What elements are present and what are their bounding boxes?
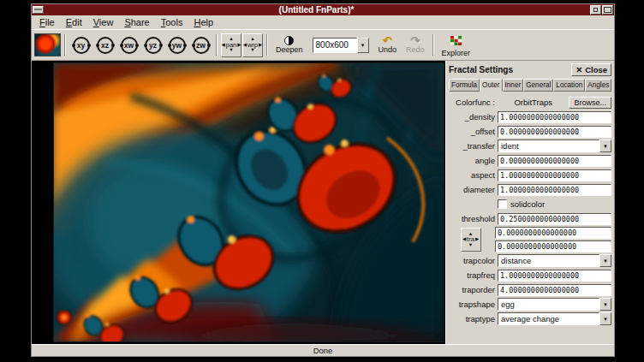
explorer-icon xyxy=(450,33,462,49)
trapfreq-label: trapfreq xyxy=(449,270,498,280)
redo-label: Redo xyxy=(406,45,425,54)
window-menu-icon[interactable] xyxy=(33,6,44,14)
tab-location[interactable]: Location xyxy=(553,79,585,92)
trapcolor-combo[interactable]: distance ▼ xyxy=(498,254,611,267)
angle-input[interactable] xyxy=(498,155,611,167)
colorfunc-label: Colorfunc : xyxy=(449,98,498,107)
trapcoords-down-icon[interactable]: ▼ xyxy=(468,243,473,248)
trapcoords-left-icon[interactable]: ◀ xyxy=(462,237,466,242)
transfer-label: _transfer xyxy=(449,141,498,151)
iconify-button[interactable] xyxy=(590,5,601,15)
menu-file[interactable]: File xyxy=(34,16,61,28)
transfer-value: ident xyxy=(498,139,599,152)
maximize-icon xyxy=(604,7,611,13)
browse-button[interactable]: Browse... xyxy=(569,97,611,109)
tab-formula[interactable]: Formula xyxy=(449,79,480,92)
transfer-dropdown-icon[interactable]: ▼ xyxy=(599,139,611,152)
trapcoords-y-input[interactable] xyxy=(495,240,611,252)
threshold-label: threshold xyxy=(449,214,498,223)
tab-general[interactable]: General xyxy=(523,79,553,92)
toolbar: xy xz xw yz yw zw ▲ ◀ pan ▶ ▼ ▲ ◀ wrp ▶ … xyxy=(32,29,614,61)
tab-angles[interactable]: Angles xyxy=(585,79,611,92)
undo-label: Undo xyxy=(379,45,397,54)
solidcolor-checkbox[interactable] xyxy=(498,199,507,209)
canvas-margin xyxy=(32,61,52,344)
menu-share[interactable]: Share xyxy=(119,16,155,28)
offset-label: _offset xyxy=(449,127,498,136)
toolbar-separator xyxy=(216,34,218,56)
traptype-value: average change xyxy=(498,312,599,325)
menu-tools[interactable]: Tools xyxy=(156,16,189,28)
warp-down-icon[interactable]: ▼ xyxy=(250,48,254,53)
density-input[interactable] xyxy=(498,111,611,123)
resolution-combo[interactable]: 800x600 ▼ xyxy=(313,38,369,53)
deepen-button[interactable]: Deepen xyxy=(271,33,307,57)
fractal-preview-icon[interactable] xyxy=(34,33,61,56)
rotate-dial-icon: xy xyxy=(73,37,90,54)
warp-fourway[interactable]: ▲ ◀ wrp ▶ ▼ xyxy=(242,33,263,57)
pan-down-icon[interactable]: ▼ xyxy=(229,48,233,53)
fractal-image xyxy=(54,63,444,341)
rotate-xy-button[interactable]: xy xyxy=(69,33,92,56)
trapshape-label: trapshape xyxy=(449,300,498,309)
transfer-combo[interactable]: ident ▼ xyxy=(498,139,611,152)
traporder-label: traporder xyxy=(449,285,498,294)
traptype-combo[interactable]: average change ▼ xyxy=(498,312,611,325)
close-label: Close xyxy=(585,65,607,74)
offset-input[interactable] xyxy=(498,126,611,138)
trapcoords-fourway[interactable]: ▲ ◀ tra ▶ ▼ xyxy=(461,228,481,252)
pan-left-icon[interactable]: ◀ xyxy=(222,43,225,48)
colorfunc-row: Colorfunc : OrbitTraps Browse... xyxy=(449,96,611,109)
undo-button[interactable]: ↶ Undo xyxy=(374,33,402,57)
menu-edit[interactable]: Edit xyxy=(61,16,88,28)
main-content: Fractal Settings ✕ Close Formula Outer I… xyxy=(32,61,614,344)
aspect-input[interactable] xyxy=(498,169,611,181)
angle-label: angle xyxy=(449,156,498,165)
menu-view[interactable]: View xyxy=(88,16,120,28)
tab-inner[interactable]: Inner xyxy=(503,79,524,92)
diameter-label: diameter xyxy=(449,185,498,194)
window-title: (Untitled FnParts)* xyxy=(44,4,589,15)
trapcoords-x-input[interactable] xyxy=(495,227,611,239)
warp-left-icon[interactable]: ◀ xyxy=(243,43,247,48)
fractal-settings-panel: Fractal Settings ✕ Close Formula Outer I… xyxy=(445,61,614,344)
maximize-button[interactable] xyxy=(602,5,613,15)
toolbar-separator xyxy=(432,34,434,56)
resolution-dropdown-icon[interactable]: ▼ xyxy=(357,38,369,53)
panel-title: Fractal Settings xyxy=(449,65,513,74)
redo-icon: ↷ xyxy=(410,36,420,45)
trapfreq-input[interactable] xyxy=(498,270,611,282)
rotate-yz-button[interactable]: yz xyxy=(141,33,164,56)
trapcolor-dropdown-icon[interactable]: ▼ xyxy=(599,254,611,267)
toolbar-separator xyxy=(266,34,268,56)
trapshape-combo[interactable]: egg ▼ xyxy=(498,298,611,311)
trapcolor-label: trapcolor xyxy=(449,256,498,265)
iconify-icon xyxy=(593,8,598,12)
fractal-canvas[interactable] xyxy=(53,62,444,342)
trapcoords-right-icon[interactable]: ▶ xyxy=(475,237,479,242)
redo-button[interactable]: ↷ Redo xyxy=(402,33,429,57)
warp-right-icon[interactable]: ▶ xyxy=(259,43,262,48)
close-panel-button[interactable]: ✕ Close xyxy=(571,63,611,76)
pan-right-icon[interactable]: ▶ xyxy=(237,43,241,48)
trapshape-dropdown-icon[interactable]: ▼ xyxy=(599,298,611,311)
rotate-xw-button[interactable]: xw xyxy=(117,33,140,56)
colorfunc-value: OrbitTraps xyxy=(498,98,569,107)
deepen-icon xyxy=(284,36,294,45)
rotate-zw-button[interactable]: zw xyxy=(189,33,212,56)
solidcolor-label: solidcolor xyxy=(510,199,545,209)
explorer-button[interactable]: Explorer xyxy=(438,33,475,57)
traptype-dropdown-icon[interactable]: ▼ xyxy=(599,312,611,325)
rotate-yw-button[interactable]: yw xyxy=(165,33,188,56)
rotate-xz-button[interactable]: xz xyxy=(93,33,116,56)
rotate-dial-icon: yz xyxy=(145,37,162,54)
titlebar[interactable]: (Untitled FnParts)* xyxy=(32,4,614,15)
traporder-input[interactable] xyxy=(498,284,611,296)
threshold-input[interactable] xyxy=(498,213,611,225)
pan-fourway[interactable]: ▲ ◀ pan ▶ ▼ xyxy=(221,33,242,57)
rotate-dial-icon: zw xyxy=(193,37,210,54)
settings-tabs: Formula Outer Inner General Location Ang… xyxy=(449,79,611,92)
menu-help[interactable]: Help xyxy=(188,16,219,28)
diameter-input[interactable] xyxy=(498,184,611,196)
tab-outer[interactable]: Outer xyxy=(480,79,502,92)
